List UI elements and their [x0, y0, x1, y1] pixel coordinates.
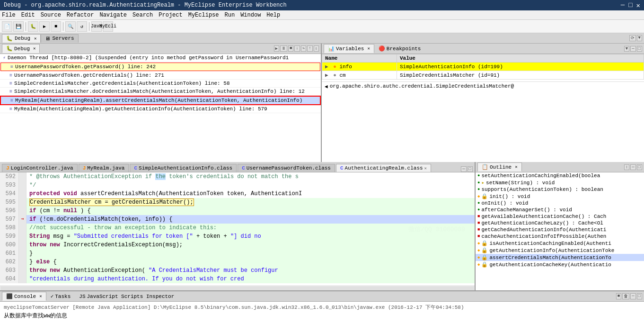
- console-min-btn[interactable]: ─: [630, 293, 635, 299]
- outline-item-4[interactable]: ● onInit() : void: [476, 200, 644, 207]
- tab-username-token[interactable]: C UsernamePasswordToken.class: [238, 164, 335, 172]
- scroll-left-arrow[interactable]: ◀: [325, 83, 328, 90]
- var-value-cm: SimpleCredentialsMatcher (id=91): [397, 71, 644, 80]
- tab-simple-auth[interactable]: C SimpleAuthenticationInfo.class: [130, 164, 237, 172]
- persp-sync-btn[interactable]: ⟳: [629, 35, 636, 41]
- minimize-btn[interactable]: ─: [621, 1, 625, 9]
- run-btn[interactable]: ▶: [39, 21, 50, 32]
- outline-item-8[interactable]: ■ getCachedAuthenticationInfo(Authentica…: [476, 226, 644, 233]
- new-btn[interactable]: 📄: [2, 21, 12, 32]
- outline-sort-btn[interactable]: ↕: [624, 164, 629, 170]
- stack-frame-0[interactable]: ≡ UsernamePasswordToken.getPassword() li…: [0, 63, 320, 71]
- expand-arrow-cm[interactable]: ▶: [325, 72, 328, 78]
- console-terminate-btn[interactable]: ■: [616, 293, 621, 299]
- menu-source[interactable]: Source: [41, 12, 61, 18]
- var-max-btn[interactable]: □: [637, 46, 642, 52]
- menu-file[interactable]: File: [2, 12, 16, 18]
- debug-panel-close[interactable]: ✕: [33, 46, 35, 51]
- outline-item-1[interactable]: ● ▸ setName(String) : void: [476, 179, 644, 186]
- expand-arrow-info[interactable]: ▶: [325, 64, 328, 70]
- menu-refactor[interactable]: Refactor: [67, 12, 94, 18]
- outline-item-13[interactable]: ◆ 🔒 getAuthenticationCacheKey(Authentica…: [476, 261, 644, 268]
- menu-run[interactable]: Run: [225, 12, 235, 18]
- console-max-btn[interactable]: □: [637, 293, 642, 299]
- tasks-tab[interactable]: ✓ Tasks: [46, 292, 75, 301]
- editor-max-btn[interactable]: □: [468, 166, 473, 172]
- line-marker-600: [19, 241, 26, 249]
- stop-btn[interactable]: ■: [51, 21, 61, 32]
- tab-my-realm[interactable]: J MyRealm.java: [79, 164, 129, 172]
- menu-edit[interactable]: Edit: [21, 12, 35, 18]
- outline-item-11[interactable]: ◆ 🔒 getAuthenticationInfo(Authentication…: [476, 247, 644, 254]
- console-output: 从数据库中查找ww的信息: [2, 311, 642, 321]
- debug-tab[interactable]: 🐛 Debug ✕: [2, 44, 40, 53]
- var-menu-btn[interactable]: ▼: [624, 46, 629, 52]
- debug-btn[interactable]: 🐛: [28, 21, 38, 32]
- outline-item-3[interactable]: ◆ 🔒 init() : void: [476, 193, 644, 200]
- outline-close[interactable]: ✕: [515, 164, 517, 170]
- search-btn[interactable]: 🔍: [65, 21, 76, 32]
- stack-frame-4[interactable]: ≡ MyRealm(AuthenticatingRealm).assertCre…: [0, 96, 321, 105]
- outline-tab[interactable]: 📋 Outline ✕: [477, 162, 522, 171]
- tab-authenticating-realm[interactable]: C AuthenticatingRealm.class ✕: [336, 164, 431, 172]
- close-btn[interactable]: ✕: [636, 1, 640, 9]
- outline-item-9[interactable]: ■ cacheAuthenticationInfoIfPossible(Auth…: [476, 233, 644, 240]
- outline-hide-btn[interactable]: ─: [630, 164, 635, 170]
- thread-item[interactable]: ⚡ Daemon Thread [http-8080-2] (Suspended…: [0, 54, 321, 62]
- menu-help[interactable]: Help: [266, 12, 280, 18]
- var-row-info[interactable]: ▶ ● info SimpleAuthenticationInfo (id=19…: [322, 63, 644, 71]
- menu-project[interactable]: Project: [159, 12, 182, 18]
- editor-min-btn[interactable]: ─: [461, 166, 466, 172]
- save-btn[interactable]: 💾: [13, 21, 24, 32]
- code-editor[interactable]: 592 * @throws AuthenticationException if…: [0, 172, 475, 286]
- var-min-btn[interactable]: ─: [630, 46, 635, 52]
- variables-close[interactable]: ✕: [367, 46, 370, 51]
- resume-btn[interactable]: ▶: [274, 45, 279, 52]
- step-into-btn[interactable]: ↓: [294, 45, 300, 52]
- outline-item-2[interactable]: ● supports(AuthenticationToken) : boolea…: [476, 186, 644, 193]
- js-inspector-tab[interactable]: JS JavaScript Scripts Inspector: [75, 292, 178, 301]
- console-clear-btn[interactable]: 🗑: [622, 293, 629, 299]
- step-return-btn[interactable]: ↑: [307, 45, 312, 52]
- debug-perspective-tab[interactable]: 🐛 Debug ✕: [2, 34, 41, 43]
- step-over-btn[interactable]: ↷: [301, 45, 306, 52]
- console-close[interactable]: ✕: [39, 294, 42, 299]
- menu-navigate[interactable]: Navigate: [99, 12, 127, 18]
- console-tab[interactable]: ⬛ Console ✕: [2, 292, 46, 301]
- hscroll-thumb[interactable]: [0, 287, 474, 290]
- persp-menu-btn[interactable]: ▼: [637, 35, 642, 41]
- outline-item-10[interactable]: ◆ 🔒 isAuthenticationCachingEnabled(Authe…: [476, 240, 644, 247]
- outline-item-0[interactable]: ● setAuthenticationCachingEnabled(boolea: [476, 172, 644, 179]
- servers-perspective-tab[interactable]: 🖥 Servers: [41, 34, 78, 43]
- stack-frame-3[interactable]: ≡ SimpleCredentialsMatcher.doCredentials…: [0, 88, 321, 96]
- maximize-btn[interactable]: □: [628, 1, 632, 9]
- stack-frame-1[interactable]: ≡ UsernamePasswordToken.getCredentials()…: [0, 72, 321, 80]
- outline-text-7: getAuthenticationCacheLazy() : Cache<Ol: [481, 220, 603, 226]
- var-row-cm[interactable]: ▶ ● cm SimpleCredentialsMatcher (id=91): [322, 71, 644, 80]
- line-num-594: 594: [0, 189, 19, 198]
- frame1-icon: ≡: [9, 73, 12, 78]
- refresh-btn[interactable]: ↺: [77, 21, 87, 32]
- variables-tab[interactable]: 📊 Variables ✕: [324, 44, 374, 53]
- line-content-596: if (cm != null ) {: [26, 207, 475, 215]
- menu-window[interactable]: Window: [240, 12, 261, 18]
- outline-max-btn[interactable]: □: [637, 164, 642, 170]
- suspend-btn[interactable]: ⏸: [280, 45, 287, 52]
- outline-item-12[interactable]: ◆ 🔒 assertCredentialsMatch(Authenticatio…: [476, 254, 644, 261]
- stack-frame-2[interactable]: ≡ SimpleCredentialsMatcher.getCredential…: [0, 80, 321, 88]
- tab-login-controller[interactable]: J LoginController.java: [2, 164, 78, 172]
- drop-to-frame-btn[interactable]: ⇩: [314, 45, 319, 52]
- menu-myeclipse[interactable]: MyEclipse: [188, 12, 219, 18]
- outline-item-6[interactable]: ■ getAvailableAuthenticationCache() : Ca…: [476, 213, 644, 220]
- stack-frame-5[interactable]: ≡ MyRealm(AuthenticatingRealm).getAuthen…: [0, 105, 321, 113]
- myecli-persp[interactable]: MyEcli: [103, 21, 113, 32]
- outline-item-7[interactable]: ■ getAuthenticationCacheLazy() : Cache<O…: [476, 220, 644, 226]
- terminate-btn[interactable]: ■: [288, 45, 293, 52]
- menu-search[interactable]: Search: [132, 12, 153, 18]
- debug-tab-close[interactable]: ✕: [34, 36, 36, 41]
- tab-realm-icon: J: [83, 165, 86, 171]
- tab-authrealm-close[interactable]: ✕: [424, 166, 427, 171]
- outline-item-5[interactable]: ● afterCacheManagerSet() : void: [476, 207, 644, 213]
- breakpoints-tab[interactable]: 🔴 Breakpoints: [374, 44, 425, 53]
- editor-hscroll[interactable]: [0, 286, 475, 290]
